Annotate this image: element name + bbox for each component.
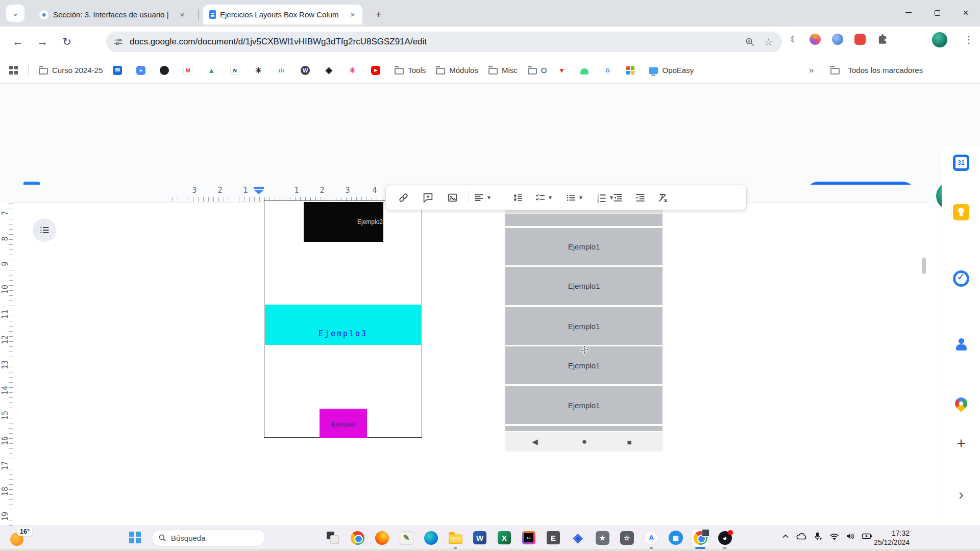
vertical-ruler[interactable]: 78910111213141516171819 (0, 203, 13, 525)
zoom-page-icon[interactable] (745, 37, 755, 47)
all-bookmarks-label[interactable]: Todos los marcadores (848, 66, 923, 74)
hidden-icons-chevron-icon[interactable] (781, 532, 790, 541)
bookmark-extension[interactable]: + (136, 66, 150, 75)
document-outline-button[interactable] (33, 218, 56, 242)
new-tab-button[interactable]: + (372, 7, 386, 21)
app-color-swatches[interactable] (324, 529, 341, 546)
dark-mode-extension-icon[interactable]: ☾ (790, 34, 798, 45)
google-tasks-icon[interactable] (953, 270, 969, 287)
reload-button[interactable]: ↻ (59, 34, 75, 49)
add-addon-button[interactable]: + (957, 435, 966, 452)
onedrive-cloud-icon[interactable] (796, 531, 807, 541)
bookmark-opoeasy[interactable]: OpoEasy (649, 66, 694, 74)
app-firefox[interactable] (373, 529, 390, 546)
bookmark-wordpress[interactable]: W (301, 66, 314, 75)
window-close-button[interactable]: × (951, 0, 980, 26)
tab-ejercicios-layouts[interactable]: Ejercicios Layouts Box Row Colum × (203, 5, 362, 24)
window-minimize-button[interactable] (894, 0, 923, 26)
insert-link-button[interactable] (393, 185, 413, 210)
add-comment-button[interactable] (418, 185, 438, 210)
bookmark-github[interactable] (160, 66, 173, 75)
taskbar-clock[interactable]: 17:32 25/12/2024 (864, 529, 910, 547)
bookmark-drive[interactable]: ▲ (207, 66, 220, 75)
app-star-tool[interactable]: ★ (594, 529, 611, 546)
app-magic-tool[interactable]: ☆ (618, 529, 635, 546)
app-chrome[interactable] (349, 529, 366, 546)
bookmark-folder-tools[interactable]: Tools (395, 66, 426, 74)
bookmark-android[interactable] (580, 66, 593, 74)
app-docker[interactable]: ▦ (667, 529, 684, 546)
taskbar-weather-widget[interactable]: 16° (10, 529, 34, 547)
bookmark-gmail[interactable]: M (183, 66, 197, 75)
bookmark-folder-modulos[interactable]: Módulos (436, 66, 478, 74)
app-excel[interactable]: X (496, 529, 513, 546)
bookmark-folder-curso[interactable]: Curso 2024-25 (39, 66, 103, 74)
tab-close-icon[interactable]: × (178, 10, 187, 19)
indent-marker[interactable] (254, 187, 264, 194)
document-canvas[interactable]: Ejemplo2 Ejemplo3 Ejemplo4 Ejemplo1 Ejem… (13, 203, 927, 525)
app-obs[interactable]: ◕ (716, 529, 733, 546)
bookmark-notion[interactable]: N (230, 66, 243, 75)
extensions-puzzle-icon[interactable] (877, 34, 888, 45)
document-page[interactable]: Ejemplo2 Ejemplo3 Ejemplo4 (264, 201, 422, 438)
app-file-explorer[interactable] (447, 529, 464, 546)
bookmark-star-icon[interactable]: ☆ (764, 36, 773, 48)
bookmarks-overflow-chevrons-icon[interactable]: » (809, 65, 814, 76)
insert-image-button[interactable] (442, 185, 462, 210)
app-gimp[interactable]: ✎ (398, 529, 415, 546)
microphone-location-icon[interactable] (813, 531, 823, 541)
start-button[interactable] (129, 532, 141, 544)
app-chrome-profile[interactable] (692, 529, 709, 546)
bookmark-layers-app[interactable]: ◈ (324, 66, 337, 75)
url-text[interactable]: docs.google.com/document/d/1jv5CXBWl1vHI… (130, 37, 745, 47)
window-maximize-button[interactable] (923, 0, 951, 26)
android-screenshot-image[interactable]: Ejemplo1 Ejemplo1 Ejemplo1 Ejemplo1 Ejem… (504, 210, 664, 452)
google-keep-icon[interactable] (953, 204, 969, 220)
checklist-button[interactable]: ▾ (535, 185, 552, 210)
tab-close-icon[interactable]: × (348, 10, 357, 19)
speaker-icon[interactable] (845, 531, 856, 541)
bookmark-google[interactable]: G (603, 66, 616, 75)
app-virtualbox[interactable]: ◈ (569, 529, 586, 546)
app-a-launcher[interactable]: A (643, 529, 660, 546)
expand-panel-chevron-icon[interactable]: › (959, 486, 964, 503)
ejemplo2-box[interactable]: Ejemplo2 (304, 202, 383, 242)
back-button[interactable]: ← (10, 34, 26, 49)
bookmark-folder-misc[interactable]: Misc (488, 66, 518, 74)
red-extension-icon[interactable] (854, 34, 866, 45)
wifi-icon[interactable] (829, 531, 840, 541)
google-maps-icon[interactable] (952, 395, 970, 412)
bookmark-youtube[interactable]: ▶ (371, 66, 384, 75)
apps-grid-icon[interactable] (9, 66, 18, 74)
bookmark-chatgpt[interactable]: ✳ (254, 66, 267, 75)
browser-profile-avatar[interactable] (932, 32, 947, 47)
blue-extension-icon[interactable] (832, 34, 843, 45)
bookmark-microsoft[interactable] (626, 66, 639, 74)
tab-search-button[interactable]: ⌄ (6, 5, 24, 22)
site-settings-tune-icon[interactable] (113, 37, 124, 47)
app-everything[interactable]: E (545, 529, 562, 546)
bookmark-chatgpt-pink[interactable]: ✳ (348, 66, 361, 75)
forward-button[interactable]: → (35, 34, 50, 49)
colorful-extension-icon[interactable] (810, 34, 821, 45)
align-button[interactable]: ▾ (474, 185, 491, 210)
google-contacts-icon[interactable] (953, 337, 969, 353)
app-intellij[interactable]: IJ (520, 529, 537, 546)
tab-seccion-interfaces[interactable]: ◆ Sección: 3. Interfaces de usuario | × (33, 5, 192, 24)
bulleted-list-button[interactable]: ▾ (566, 185, 582, 210)
bookmark-mail[interactable]: ✉ (113, 66, 126, 75)
clear-formatting-button[interactable] (652, 185, 673, 210)
document-scrollbar-thumb[interactable] (922, 258, 926, 274)
bookmark-folder-o[interactable]: O (528, 66, 547, 74)
ejemplo3-box[interactable]: Ejemplo3 (265, 305, 421, 345)
indent-button[interactable] (630, 185, 650, 210)
outdent-button[interactable] (607, 185, 628, 210)
ejemplo4-box[interactable]: Ejemplo4 (320, 409, 367, 438)
google-calendar-icon[interactable]: 31 (953, 155, 969, 171)
taskbar-search-box[interactable]: Búsqueda (152, 529, 265, 546)
browser-menu-kebab-icon[interactable]: ⋮ (963, 34, 975, 45)
line-spacing-button[interactable] (507, 185, 528, 210)
bookmark-audio-bars[interactable]: ılı (277, 66, 290, 75)
bookmark-gitlab[interactable]: ▼ (557, 66, 570, 75)
app-word[interactable]: W (471, 529, 488, 546)
